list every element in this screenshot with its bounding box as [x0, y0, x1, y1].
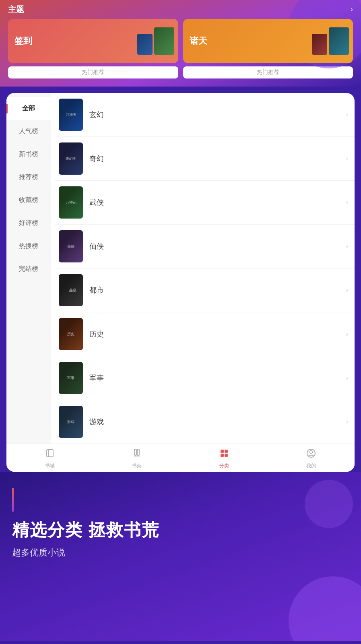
promo-title: 精选分类 拯救书荒: [12, 520, 349, 540]
mine-icon: [306, 448, 316, 461]
section-arrow-icon[interactable]: ›: [351, 5, 353, 14]
category-icon: [219, 448, 229, 461]
svg-rect-8: [225, 454, 228, 457]
banner-row: 签到 诸天: [8, 19, 353, 63]
section-title: 主题: [8, 4, 24, 15]
nav-bookstore-label: 书城: [45, 462, 55, 469]
cat-arrow-xuanhuan: ›: [346, 111, 348, 118]
nav-bookstore[interactable]: 书城: [6, 448, 93, 469]
svg-rect-2: [134, 449, 136, 455]
banner-signin-books: [137, 27, 174, 55]
cat-name-lishi: 历史: [89, 329, 346, 339]
sidebar-item-collection[interactable]: 收藏榜: [6, 189, 51, 212]
bottom-nav: 书城 书架 分类: [6, 444, 355, 472]
cat-arrow-junshi: ›: [346, 374, 348, 382]
category-item-junshi[interactable]: 军事 军事 ›: [55, 356, 355, 400]
cat-cover-lishi: 历史: [59, 318, 83, 350]
book-cover-2: [154, 27, 174, 55]
cat-arrow-youxi: ›: [346, 418, 348, 425]
cat-cover-qihuan: 奇幻生: [59, 142, 83, 175]
nav-category-label: 分类: [219, 462, 229, 469]
cat-name-youxi: 游戏: [89, 417, 346, 427]
category-item-youxi[interactable]: 游戏 游戏 ›: [55, 400, 355, 444]
sidebar-item-finished[interactable]: 完结榜: [6, 258, 51, 281]
bookstore-icon: [45, 448, 55, 461]
book-cover-3: [312, 34, 327, 55]
main-card: 全部 人气榜 新书榜 推荐榜 收藏榜 好评榜 热搜榜 完结榜: [6, 93, 355, 472]
svg-rect-5: [221, 450, 224, 453]
hot-label-signin: 热门推荐: [8, 66, 178, 78]
left-sidebar: 全部 人气榜 新书榜 推荐榜 收藏榜 好评榜 热搜榜 完结榜: [6, 93, 51, 444]
promo-subtitle: 超多优质小说: [12, 547, 349, 559]
nav-mine[interactable]: 我的: [268, 448, 355, 469]
category-layout: 全部 人气榜 新书榜 推荐榜 收藏榜 好评榜 热搜榜 完结榜: [6, 93, 355, 444]
svg-point-10: [309, 451, 312, 454]
banner-zhutian-books: [312, 27, 349, 55]
nav-category[interactable]: 分类: [181, 448, 268, 469]
sidebar-item-recommend[interactable]: 推荐榜: [6, 166, 51, 189]
cat-arrow-lishi: ›: [346, 330, 348, 338]
cat-name-dushi: 都市: [89, 285, 346, 295]
cat-cover-wuxia: 万神记: [59, 186, 83, 219]
svg-rect-6: [225, 450, 228, 453]
sidebar-item-hotsearch[interactable]: 热搜榜: [6, 235, 51, 258]
cat-name-xianxia: 仙侠: [89, 242, 346, 251]
book-cover-1: [137, 34, 153, 55]
svg-rect-3: [137, 449, 139, 455]
cat-arrow-wuxia: ›: [346, 199, 348, 206]
sidebar-item-popularity[interactable]: 人气榜: [6, 120, 51, 143]
hot-label-zhutian: 热门推荐: [183, 66, 353, 78]
category-item-dushi[interactable]: 一品皇 都市 ›: [55, 268, 355, 312]
nav-mine-label: 我的: [306, 462, 316, 469]
nav-shelf-label: 书架: [132, 462, 142, 469]
cat-cover-junshi: 军事: [59, 362, 83, 394]
cat-arrow-qihuan: ›: [346, 155, 348, 162]
category-item-xuanhuan[interactable]: 万神天 玄幻 ›: [55, 93, 355, 137]
cat-arrow-dushi: ›: [346, 287, 348, 294]
sidebar-item-newbook[interactable]: 新书榜: [6, 143, 51, 166]
banner-signin[interactable]: 签到: [8, 19, 178, 63]
cat-cover-youxi: 游戏: [59, 406, 83, 438]
nav-shelf[interactable]: 书架: [93, 448, 180, 469]
category-item-qihuan[interactable]: 奇幻生 奇幻 ›: [55, 137, 355, 181]
cat-name-wuxia: 武侠: [89, 198, 346, 207]
sidebar-item-all[interactable]: 全部: [6, 97, 51, 120]
top-section: 主题 › 签到 诸天 热门推荐 热门推荐: [0, 0, 361, 87]
banner-zhutian[interactable]: 诸天: [183, 19, 353, 63]
promo-accent: [12, 488, 14, 512]
category-item-lishi[interactable]: 历史 历史 ›: [55, 312, 355, 356]
cat-cover-xuanhuan: 万神天: [59, 99, 83, 131]
cat-name-xuanhuan: 玄幻: [89, 110, 346, 120]
shelf-icon: [132, 448, 142, 461]
banner-signin-label: 签到: [14, 35, 32, 47]
cat-name-qihuan: 奇幻: [89, 154, 346, 163]
banner-zhutian-label: 诸天: [190, 35, 207, 47]
cat-arrow-xianxia: ›: [346, 243, 348, 250]
hot-label-row: 热门推荐 热门推荐: [8, 66, 353, 78]
cat-name-junshi: 军事: [89, 373, 346, 383]
cat-cover-xianxia: 仙侠: [59, 230, 83, 262]
category-item-xianxia[interactable]: 仙侠 仙侠 ›: [55, 225, 355, 268]
sidebar-item-rating[interactable]: 好评榜: [6, 212, 51, 235]
section-header: 主题 ›: [8, 0, 353, 19]
svg-rect-0: [47, 450, 53, 457]
category-item-wuxia[interactable]: 万神记 武侠 ›: [55, 181, 355, 225]
cat-cover-dushi: 一品皇: [59, 274, 83, 306]
book-cover-4: [329, 27, 349, 55]
category-list: 万神天 玄幻 › 奇幻生 奇幻 › 万神记 武侠 ›: [51, 93, 355, 444]
svg-rect-7: [221, 454, 224, 457]
promo-section: 精选分类 拯救书荒 超多优质小说: [0, 472, 361, 641]
